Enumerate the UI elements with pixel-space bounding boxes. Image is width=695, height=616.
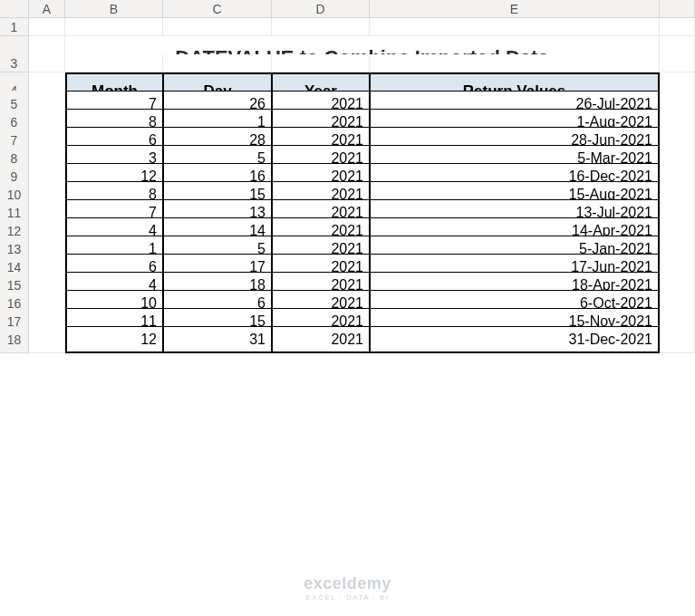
cell-day[interactable]: 31: [163, 326, 272, 353]
row-header-3[interactable]: 3: [0, 54, 29, 72]
cell-blank[interactable]: [29, 54, 65, 72]
cell-blank[interactable]: [272, 54, 370, 72]
row-header-18[interactable]: 18: [0, 326, 29, 353]
cell-blank[interactable]: [65, 18, 163, 36]
watermark: exceldemy EXCEL · DATA · BI: [304, 574, 391, 602]
cell-blank[interactable]: [163, 18, 272, 36]
cell-blank[interactable]: [65, 54, 163, 72]
cell-year[interactable]: 2021: [272, 326, 370, 353]
cell-month[interactable]: 12: [65, 326, 163, 353]
watermark-subtext: EXCEL · DATA · BI: [304, 593, 391, 602]
cell-blank[interactable]: [163, 54, 272, 72]
cell-blank[interactable]: [370, 54, 660, 72]
cell-blank[interactable]: [660, 326, 695, 353]
cell-blank[interactable]: [660, 18, 695, 36]
cell-return[interactable]: 31-Dec-2021: [370, 326, 660, 353]
col-header-blank: [660, 0, 695, 18]
row-header-1[interactable]: 1: [0, 18, 29, 36]
select-all-corner[interactable]: [0, 0, 29, 18]
col-header-B[interactable]: B: [65, 0, 163, 18]
cell-blank[interactable]: [272, 18, 370, 36]
col-header-D[interactable]: D: [272, 0, 370, 18]
col-header-E[interactable]: E: [370, 0, 660, 18]
cell-blank[interactable]: [29, 18, 65, 36]
col-header-C[interactable]: C: [163, 0, 272, 18]
watermark-text: exceldemy: [304, 574, 391, 593]
cell-blank[interactable]: [370, 18, 660, 36]
cell-blank[interactable]: [29, 326, 65, 353]
col-header-A[interactable]: A: [29, 0, 65, 18]
cell-blank[interactable]: [660, 54, 695, 72]
